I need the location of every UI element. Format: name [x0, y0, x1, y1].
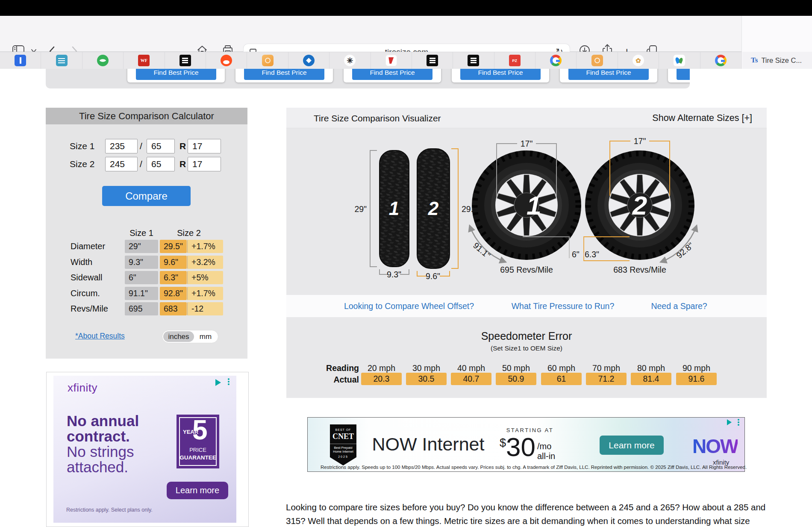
xfinity-ad-creative[interactable]: xfinity No annual contract. No strings a…: [53, 376, 236, 523]
banner-fine-print: Restrictions apply. Speeds up to 100 Mbp…: [321, 465, 697, 470]
visualizer-title: Tire Size Comparison Visualizer: [314, 113, 441, 124]
units-mm-option[interactable]: mm: [194, 333, 217, 341]
product-card: Find Best Price: [235, 69, 333, 82]
bookmark-favicon-barrons-black-3[interactable]: [453, 52, 494, 69]
size2-label: Size 2: [70, 159, 94, 169]
bookmarks-bar: WF ✳ PZ ✿: [0, 52, 741, 69]
compare-button[interactable]: Compare: [102, 186, 191, 206]
find-best-price-button[interactable]: Find Best Price: [136, 69, 216, 80]
tire-pressure-link[interactable]: What Tire Pressure to Run?: [512, 301, 615, 311]
speed-reading: 20 mph: [361, 363, 402, 373]
per-month-label: /mo: [537, 442, 555, 451]
sidewall-1-label: 6": [572, 250, 580, 259]
xfinity-ad: xfinity No annual contract. No strings a…: [46, 372, 249, 527]
bookmark-favicon-reddit[interactable]: [206, 52, 247, 69]
size2-width-input[interactable]: [105, 157, 138, 171]
bookmark-favicon-coin-orange[interactable]: [247, 52, 288, 69]
bookmark-favicon-noaa-shield[interactable]: [288, 52, 330, 69]
reading-row-label: Reading: [312, 363, 359, 373]
bookmark-favicon-barrons-black-2[interactable]: [412, 52, 453, 69]
find-best-price-button[interactable]: Find Best Price: [460, 69, 541, 80]
result-delta-value: +5%: [187, 271, 223, 284]
menu-bar: [0, 0, 812, 16]
ad-headline-3: No strings: [67, 443, 134, 460]
bookmark-favicon-puzzle-red[interactable]: PZ: [494, 52, 535, 69]
wheel-offset-link[interactable]: Looking to Compare Wheel Offset?: [344, 301, 474, 311]
result-size2-value: 683: [160, 302, 187, 315]
show-alternate-sizes-link[interactable]: Show Alternate Sizes [+]: [652, 113, 752, 124]
speed-reading: 40 mph: [451, 363, 491, 373]
bookmark-favicon-openai[interactable]: ✳: [330, 52, 371, 69]
bookmark-favicon-swoosh-red[interactable]: [371, 52, 412, 69]
bookmark-favicon-wells-fargo[interactable]: WF: [124, 52, 165, 69]
now-internet-banner-ad[interactable]: BEST OF CNET Best Prepaid Home Internet …: [307, 417, 745, 472]
bookmark-favicon-sprouts-green[interactable]: [82, 52, 124, 69]
bookmark-favicon-alaska-teal[interactable]: [41, 52, 82, 69]
find-best-price-button[interactable]: Find Best Price: [677, 69, 690, 80]
product-card-strip: Find Best Price Find Best Price Find Bes…: [46, 69, 690, 88]
xfinity-logo: xfinity: [68, 381, 97, 395]
about-results-link[interactable]: *About Results: [75, 332, 125, 341]
width-bracket-2: [417, 271, 426, 276]
size1-aspect-input[interactable]: [147, 139, 175, 153]
result-row-label: Revs/Mile: [71, 302, 108, 315]
visualizer-header: Tire Size Comparison Visualizer Show Alt…: [286, 108, 767, 128]
size1-slash: /: [140, 141, 142, 151]
ad-menu-icon[interactable]: [738, 419, 739, 426]
width-1-label: 9.3": [387, 270, 401, 279]
bookmark-favicon-barrons-black[interactable]: [165, 52, 206, 69]
revs-per-mile-2: 683 Revs/Mile: [613, 265, 666, 274]
table-row: Revs/Mile 695 683 -12: [46, 302, 247, 315]
bookmark-favicon-butterfly[interactable]: [659, 52, 700, 69]
article-paragraph: Looking to compare tire sizes before you…: [286, 501, 768, 527]
bookmark-favicon-google[interactable]: [535, 52, 577, 69]
find-best-price-button[interactable]: Find Best Price: [352, 69, 432, 80]
need-spare-link[interactable]: Need a Spare?: [651, 301, 707, 311]
rim-1-label: 17": [521, 139, 533, 148]
units-inches-option[interactable]: inches: [163, 331, 194, 342]
size2-rim-input[interactable]: [188, 157, 221, 171]
cnet-desc: Best Prepaid Home Internet: [330, 444, 356, 453]
ad-menu-icon[interactable]: [228, 378, 229, 385]
size1-rim-input[interactable]: [188, 139, 221, 153]
xfinity-learn-more-button[interactable]: Learn more: [167, 482, 228, 499]
size1-label: Size 1: [70, 141, 94, 151]
actual-speed-cell: 50.9: [496, 373, 536, 385]
ad-headline-2: contract.: [67, 428, 130, 445]
width-2-label: 9.6": [426, 271, 440, 281]
actual-speed-cell: 91.6: [676, 373, 717, 385]
revs-per-mile-1: 695 Revs/Mile: [500, 265, 553, 274]
table-row: Sidewall 6" 6.3" +5%: [46, 271, 247, 284]
bookmark-favicon-dandelion[interactable]: ✿: [618, 52, 659, 69]
size2-aspect-input[interactable]: [147, 157, 175, 171]
calculator-title: Tire Size Comparison Calculator: [46, 108, 247, 124]
size2-slash: /: [140, 159, 142, 169]
wheel-1-number: 1: [527, 191, 541, 220]
ad-headline-4: attached.: [67, 459, 128, 476]
result-size1-value: 9.3": [125, 256, 158, 269]
banner-learn-more-button[interactable]: Learn more: [600, 436, 664, 455]
rim-2-label: 17": [634, 136, 646, 146]
result-delta-value: +1.7%: [187, 287, 223, 300]
bookmark-favicon-badge-orange[interactable]: [577, 52, 618, 69]
price-value: 30: [506, 435, 535, 461]
actual-speed-cell: 81.4: [631, 373, 671, 385]
wheel-2-front-view: 2: [585, 150, 694, 260]
find-best-price-button[interactable]: Find Best Price: [568, 69, 649, 80]
adchoices-icon[interactable]: [727, 419, 732, 425]
speedometer-subtitle: (Set Size1 to OEM Size): [286, 344, 767, 352]
adchoices-icon[interactable]: [215, 379, 221, 386]
bookmark-favicon-docs-blue[interactable]: [0, 52, 41, 69]
size1-width-input[interactable]: [105, 139, 138, 153]
wheel-1-front-view: 1: [472, 150, 581, 260]
tab-tiresize[interactable]: Ts Tire Size C...: [742, 52, 812, 69]
banner-product-name: NOW Internet: [370, 434, 486, 455]
speed-reading: 60 mph: [541, 363, 582, 373]
tire-visualizer-panel: Tire Size Comparison Visualizer Show Alt…: [286, 108, 767, 398]
diameter-1-label: 29": [354, 204, 367, 214]
bookmark-favicon-google-2[interactable]: [700, 52, 741, 69]
table-row: Diameter 29" 29.5" +1.7%: [46, 240, 247, 253]
find-best-price-button[interactable]: Find Best Price: [244, 69, 324, 80]
size2-r-label: R: [179, 159, 186, 169]
result-size2-value: 6.3": [160, 271, 187, 284]
